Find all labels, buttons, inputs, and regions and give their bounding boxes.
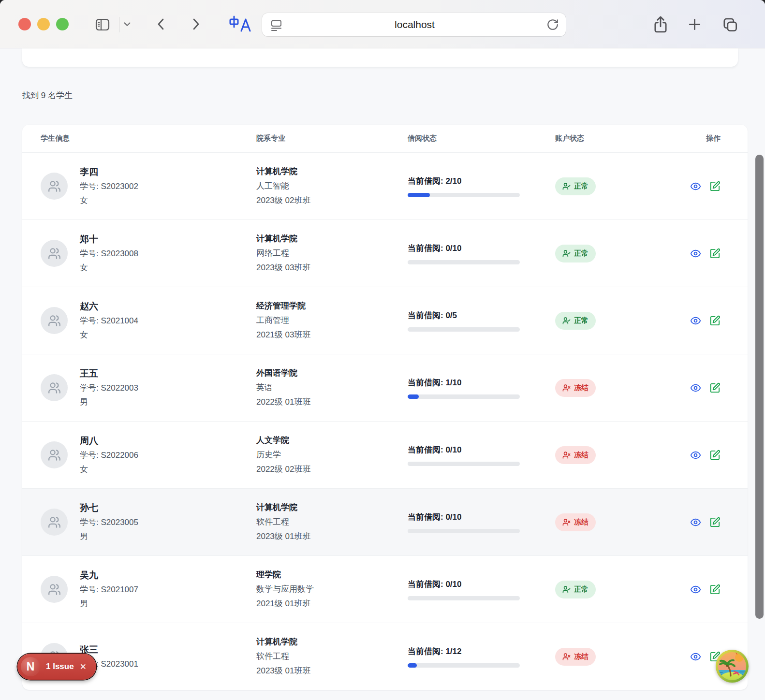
users-icon [48,516,61,529]
class-name: 2021级 01班班 [256,597,408,611]
student-id: 学号: S2022006 [80,448,138,462]
borrow-progress-bar [408,327,520,332]
url-text[interactable]: localhost [283,19,546,30]
translate-button[interactable] [227,14,252,34]
student-id: 学号: S2023005 [80,515,138,529]
actions-cell [676,382,748,394]
borrow-progress-bar [408,663,520,668]
view-student-button[interactable] [690,181,701,192]
account-status-badge: 正常 [555,581,596,598]
student-name: 孙七 [80,501,138,515]
edit-student-button[interactable] [709,382,721,394]
borrow-status-cell: 当前借阅: 0/10 [408,579,555,600]
student-gender: 男 [80,597,138,611]
close-icon[interactable]: ✕ [80,662,87,672]
account-status-label: 冻结 [574,383,588,393]
sidebar-icon [93,15,112,34]
student-id: 学号: S2023002 [80,179,138,193]
account-status-cell: 正常 [555,312,676,330]
reload-icon [546,18,559,31]
user-x-icon [562,518,571,526]
edit-student-button[interactable] [709,181,721,192]
view-student-button[interactable] [690,651,701,662]
view-student-button[interactable] [690,584,701,595]
college-name: 理学院 [256,568,408,582]
vertical-scrollbar-thumb[interactable] [755,155,764,619]
forward-button[interactable] [187,15,204,33]
edit-icon [709,181,721,192]
department-cell: 计算机学院 人工智能 2023级 02班班 [256,164,408,208]
address-bar[interactable]: localhost [262,13,566,36]
borrow-status-text: 当前借阅: 1/10 [408,377,555,388]
issue-count-label: 1 Issue [46,662,74,671]
department-cell: 经济管理学院 工商管理 2021级 03班班 [256,299,408,342]
edit-student-button[interactable] [709,315,721,326]
actions-cell [676,248,748,259]
student-gender: 女 [80,193,138,207]
borrow-status-text: 当前借阅: 0/5 [408,310,555,321]
back-button[interactable] [153,15,170,33]
view-student-button[interactable] [690,450,701,461]
account-status-cell: 冻结 [555,379,676,397]
student-name: 周八 [80,434,138,448]
major-name: 软件工程 [256,649,408,664]
view-student-button[interactable] [690,517,701,528]
sidebar-toggle-button[interactable] [93,15,112,34]
header-account-status: 账户状态 [555,134,676,143]
actions-cell [676,181,748,192]
browser-toolbar: localhost [0,0,765,48]
eye-icon [690,248,701,259]
edit-student-button[interactable] [709,517,721,528]
account-status-cell: 冻结 [555,513,676,531]
account-status-label: 正常 [574,585,588,594]
department-cell: 人文学院 历史学 2022级 02班班 [256,433,408,477]
borrow-progress-bar [408,394,520,399]
borrow-status-cell: 当前借阅: 0/10 [408,444,555,466]
borrow-progress-bar [408,193,520,197]
view-student-button[interactable] [690,315,701,326]
edit-student-button[interactable] [709,248,721,259]
nextjs-logo-icon: N [21,657,40,676]
major-name: 工商管理 [256,313,408,328]
plus-icon [686,16,703,33]
borrow-status-text: 当前借阅: 2/10 [408,175,555,187]
island-widget-button[interactable] [716,650,749,683]
chevron-left-icon [153,15,170,33]
edit-student-button[interactable] [709,450,721,461]
college-name: 计算机学院 [256,500,408,515]
close-window-button[interactable] [18,18,31,30]
student-id: 学号: S2021007 [80,583,138,597]
tabs-icon [721,16,738,33]
edit-icon [709,584,721,595]
borrow-progress-fill [408,394,419,399]
account-status-cell: 冻结 [555,648,676,666]
share-button[interactable] [651,15,670,33]
avatar [41,307,68,334]
tab-overview-button[interactable] [721,16,738,33]
class-name: 2022级 02班班 [256,462,408,477]
borrow-status-cell: 当前借阅: 2/10 [408,175,555,197]
reload-button[interactable] [546,18,559,31]
minimize-window-button[interactable] [37,18,50,30]
view-student-button[interactable] [690,248,701,259]
borrow-status-text: 当前借阅: 0/10 [408,444,555,455]
edit-student-button[interactable] [709,584,721,595]
user-check-icon [562,182,571,190]
department-cell: 外国语学院 英语 2022级 01班班 [256,366,408,409]
borrow-progress-bar [408,596,520,600]
new-tab-button[interactable] [686,16,703,33]
eye-icon [690,450,701,461]
view-student-button[interactable] [690,382,701,394]
borrow-status-text: 当前借阅: 1/12 [408,646,555,657]
account-status-badge: 冻结 [555,446,596,464]
dev-issue-indicator[interactable]: N 1 Issue ✕ [17,654,96,680]
zoom-window-button[interactable] [56,18,69,30]
students-table: 学生信息 院系专业 借阅状态 账户状态 操作 李四 学号: S2023002 女 [22,125,748,690]
sidebar-menu-chevron[interactable] [122,20,132,29]
account-status-label: 正常 [574,249,588,258]
reader-view-button[interactable] [270,18,283,31]
table-row: 赵六 学号: S2021004 女 经济管理学院 工商管理 2021级 03班班… [22,287,748,354]
student-id: 学号: S2022003 [80,381,138,395]
college-name: 外国语学院 [256,366,408,380]
eye-icon [690,382,701,394]
